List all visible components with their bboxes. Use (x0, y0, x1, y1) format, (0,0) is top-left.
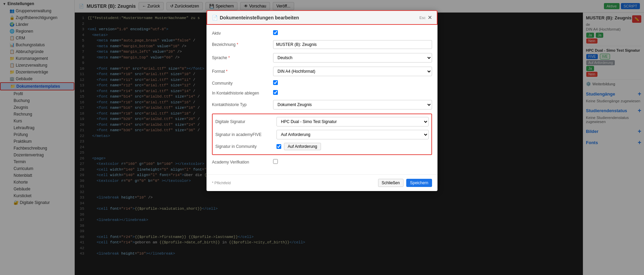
modal-row-signatur-community: Signatur in Community Auf Anforderung (215, 143, 429, 150)
signatur-community-field: Auf Anforderung (276, 143, 429, 150)
modal-row-bezeichnung: Bezeichnung * (212, 40, 432, 49)
modal-row-signatur-academy: Signatur in academyFIVE Auf Anforderung … (215, 130, 429, 139)
kontakthistorie-typ-field: Dokument Zeugnis Dokument Rechnung Sonst… (273, 100, 432, 109)
doc-settings-icon: 📄 (212, 15, 218, 20)
format-field: DIN A4 (Hochformat) DIN A4 (Querformat) … (273, 67, 432, 76)
modal-header-actions: Esc ✕ (419, 14, 432, 21)
modal-save-button[interactable]: Speichern (406, 179, 432, 187)
modal-row-aktiv: Aktiv (212, 30, 432, 36)
aktiv-checkbox[interactable] (273, 30, 278, 35)
modal-row-format: Format * DIN A4 (Hochformat) DIN A4 (Que… (212, 67, 432, 76)
academy-verifkation-checkbox[interactable] (273, 159, 278, 164)
sprache-select[interactable]: Deutsch Englisch Französisch (273, 53, 432, 63)
sprache-label: Sprache * (212, 55, 273, 60)
modal-close-button-footer[interactable]: Schließen (378, 179, 404, 187)
community-field (273, 80, 432, 86)
kontakthistorie-typ-label: Kontakthistorie Typ (212, 102, 273, 107)
modal-close-button[interactable]: ✕ (428, 14, 432, 21)
community-checkbox[interactable] (273, 80, 278, 85)
modal-row-academy-verifkation: Academy Verifkation (212, 159, 432, 165)
kontakthistorie-field (273, 90, 432, 96)
signatur-community-checkbox[interactable] (276, 144, 281, 149)
academy-verifkation-field (273, 159, 432, 165)
bezeichnung-label: Bezeichnung * (212, 42, 273, 47)
sprache-field: Deutsch Englisch Französisch (273, 53, 432, 63)
required-star: * (237, 42, 238, 47)
format-star: * (226, 69, 228, 74)
digitale-signatur-field: HPC Dual - Simo Test Signatur Keine (276, 117, 429, 126)
aktiv-field (273, 30, 432, 36)
bezeichnung-field (273, 40, 432, 49)
academy-verifkation-label: Academy Verifkation (212, 160, 273, 165)
modal-header: 📄 Dokumenteinstellungen bearbeiten Esc ✕ (207, 10, 437, 25)
community-label: Community (212, 81, 273, 86)
kontakthistorie-checkbox[interactable] (273, 90, 278, 95)
esc-label: Esc (419, 16, 426, 20)
sprache-star: * (228, 55, 230, 60)
modal-row-kontakthistorie-typ: Kontakthistorie Typ Dokument Zeugnis Dok… (212, 100, 432, 109)
bezeichnung-input[interactable] (273, 40, 432, 49)
format-label: Format * (212, 69, 273, 74)
signatur-section: Digitale Signatur HPC Dual - Simo Test S… (212, 114, 432, 155)
modal-title: 📄 Dokumenteinstellungen bearbeiten (212, 15, 299, 20)
digitale-signatur-label: Digitale Signatur (215, 119, 276, 124)
signatur-academy-label: Signatur in academyFIVE (215, 132, 276, 137)
modal-dialog: 📄 Dokumenteinstellungen bearbeiten Esc ✕… (207, 10, 437, 191)
modal-row-kontakthistorie: In Kontakthistorie ablegen (212, 90, 432, 96)
modal-overlay: 📄 Dokumenteinstellungen bearbeiten Esc ✕… (0, 0, 644, 275)
auf-anforderung-button[interactable]: Auf Anforderung (284, 143, 321, 150)
modal-footer-actions: Schließen Speichern (378, 179, 432, 187)
kontakthistorie-typ-select[interactable]: Dokument Zeugnis Dokument Rechnung Sonst… (273, 100, 432, 109)
modal-footer: * Pflichtfeld Schließen Speichern (207, 174, 437, 191)
modal-row-sprache: Sprache * Deutsch Englisch Französisch (212, 53, 432, 63)
signatur-academy-select[interactable]: Auf Anforderung Immer Nie (276, 130, 429, 139)
modal-row-digitale-signatur: Digitale Signatur HPC Dual - Simo Test S… (215, 117, 429, 126)
signatur-community-label: Signatur in Community (215, 144, 276, 149)
modal-body: Aktiv Bezeichnung * Sprache * Deutsch (207, 25, 437, 174)
kontakthistorie-label: In Kontakthistorie ablegen (212, 91, 273, 96)
required-note: * Pflichtfeld (212, 181, 231, 185)
signatur-academy-field: Auf Anforderung Immer Nie (276, 130, 429, 139)
digitale-signatur-select[interactable]: HPC Dual - Simo Test Signatur Keine (276, 117, 429, 126)
modal-row-community: Community (212, 80, 432, 86)
format-select[interactable]: DIN A4 (Hochformat) DIN A4 (Querformat) … (273, 67, 432, 76)
aktiv-label: Aktiv (212, 31, 273, 36)
